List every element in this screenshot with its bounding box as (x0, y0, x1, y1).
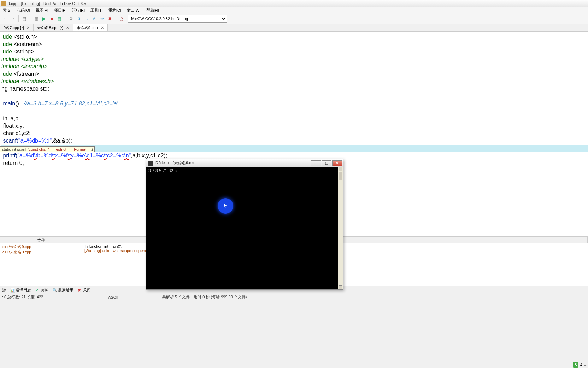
menu-code[interactable]: 代码[O] (14, 7, 33, 13)
console-output: 3 7 8.5 71.82 a_ (148, 168, 341, 173)
minimize-button[interactable]: — (311, 160, 321, 166)
menu-run[interactable]: 运行[R] (69, 7, 88, 13)
tab-label: 9名7.cpp [*] (4, 25, 24, 30)
menu-project[interactable]: 项目[P] (51, 7, 69, 13)
close-icon[interactable]: ✕ (66, 25, 69, 30)
tooltip-c: , ...) (86, 147, 93, 151)
toolbar-sep (18, 15, 19, 22)
console-icon (148, 161, 153, 166)
code-l15c: ,&a,&b); (52, 138, 72, 144)
ime-icon[interactable]: S (573, 362, 578, 368)
reformat-button[interactable]: ⇶ (21, 15, 28, 22)
status-parse: 共解析 5 个文件，用时 0 秒 (每秒 999.00 个文件) (162, 294, 247, 300)
code-l10b: () (15, 100, 24, 107)
status-lines: : 0 总行数: 21 长度: 422 (2, 294, 43, 300)
code-l15b: "a=%db=%d" (18, 138, 52, 144)
toolbar-sep (65, 15, 65, 22)
code-l15a: scanf( (1, 138, 18, 144)
step-out-button[interactable]: ↱ (91, 15, 98, 22)
console-scrollbar[interactable] (338, 167, 343, 289)
stop-button[interactable]: ■ (48, 15, 55, 22)
bottom-tab-compile-log[interactable]: 📊编译日志 (10, 287, 31, 293)
maximize-button[interactable]: ▢ (322, 160, 331, 166)
app-icon (1, 1, 6, 6)
tab-file-7[interactable]: 9名7.cpp [*] ✕ (0, 24, 34, 31)
code-l17b4: \t (52, 153, 55, 159)
code-l17b7: y=%e (71, 153, 85, 159)
tab-label: 未命名9.cpp (77, 25, 98, 30)
forward-button[interactable]: → (9, 15, 16, 22)
bottom-tab-label: 调试 (41, 287, 48, 293)
statusbar: : 0 总行数: 21 长度: 422 ASCII 共解析 5 个文件，用时 0… (0, 294, 588, 300)
menu-refactor[interactable]: 重构[C] (106, 7, 124, 13)
run-button[interactable]: ▶ (40, 15, 47, 22)
tab-file-9[interactable]: 未命名9.cpp ✕ (73, 24, 108, 31)
code-l17b12: \n (124, 153, 129, 159)
tooltip-a: static int scanf ( (2, 147, 29, 151)
console-title: D:\del c++\未命名9.exe (155, 160, 195, 166)
code-l2b: <iostream> (14, 41, 42, 47)
bottom-tab-search[interactable]: 🔍搜索结果 (53, 287, 74, 293)
menubar[interactable]: 索[S] 代码[O] 视图[V] 项目[P] 运行[R] 工具[T] 重构[C]… (0, 7, 588, 13)
bottom-tab-close[interactable]: ✖关闭 (78, 287, 91, 293)
profile-button[interactable]: ◔ (118, 15, 125, 22)
menu-help[interactable]: 帮助[H] (143, 7, 162, 13)
code-l4b: <cctype> (21, 56, 44, 62)
code-l17b2: \t (34, 153, 37, 159)
toolbar: ← → ⇶ ▦ ▶ ■ ▦ ⚙ ↴ ↳ ↱ ↠ ✖ ◔ MinGW GCC10.… (0, 13, 588, 24)
step-over-button[interactable]: ↴ (75, 15, 82, 22)
tab-file-8[interactable]: 未命名8.cpp [*] ✕ (34, 24, 73, 31)
close-button[interactable]: ✕ (332, 160, 342, 166)
code-l5a: include (1, 63, 21, 69)
bottom-tab-label: 编译日志 (16, 287, 31, 293)
console-window[interactable]: D:\del c++\未命名9.exe — ▢ ✕ 3 7 8.5 71.82 … (146, 159, 343, 290)
compile-button[interactable]: ▦ (33, 15, 40, 22)
scroll-up-icon[interactable] (339, 167, 342, 171)
toolbar-sep (30, 15, 30, 22)
scroll-thumb[interactable] (339, 172, 342, 180)
debug-button[interactable]: ⚙ (67, 15, 75, 22)
menu-view[interactable]: 视图[V] (33, 7, 51, 13)
code-l14: char c1,c2; (1, 130, 31, 136)
stop-debug-button[interactable]: ✖ (106, 15, 113, 22)
code-l10a: main (1, 100, 15, 107)
code-l3a: lude (1, 48, 14, 54)
message-file[interactable]: c++\未命名9.cpp (2, 244, 80, 249)
chart-icon: 📊 (10, 288, 14, 292)
close-icon[interactable]: ✕ (101, 25, 104, 30)
system-tray: S A ⌙ (573, 362, 587, 368)
param-hint-tooltip: static int scanf (const char * __restric… (0, 146, 95, 152)
close-icon[interactable]: ✕ (27, 25, 30, 30)
menu-window[interactable]: 窗口[W] (124, 7, 143, 13)
titlebar: 9.cpp - [Executing] - Red Panda Dev-C++ … (0, 0, 588, 7)
back-button[interactable]: ← (1, 15, 8, 22)
scroll-down-icon[interactable] (339, 285, 342, 289)
code-l17b10: \t (104, 153, 107, 159)
code-l17c: ,a,b,x,y,c1,c2); (131, 153, 167, 159)
menu-search[interactable]: 索[S] (0, 7, 14, 13)
step-into-button[interactable]: ↳ (83, 15, 90, 22)
status-encoding: ASCII (108, 295, 118, 299)
console-body[interactable]: 3 7 8.5 71.82 a_ (146, 167, 343, 289)
compiler-select[interactable]: MinGW GCC10.2.0 32-bit Debug (128, 15, 227, 23)
code-l1a: lude (1, 34, 14, 40)
message-file[interactable]: c++\未命名9.cpp (2, 249, 80, 255)
continue-button[interactable]: ↠ (99, 15, 106, 22)
code-l13: float x,y; (1, 123, 24, 129)
code-l3b: <string> (14, 48, 34, 54)
compile-run-button[interactable]: ▦ (56, 15, 63, 22)
console-titlebar[interactable]: D:\del c++\未命名9.exe — ▢ ✕ (146, 159, 343, 167)
toolbar-sep (116, 15, 116, 22)
code-l12: int a,b; (1, 115, 20, 121)
close-icon: ✖ (78, 288, 82, 292)
menu-tools[interactable]: 工具[T] (88, 7, 106, 13)
tooltip-b: const char * __restrict__ _Format (29, 147, 86, 151)
code-l6a: lude (1, 71, 14, 77)
search-icon: 🔍 (53, 288, 57, 292)
bottom-tab-source[interactable]: 源 (2, 287, 6, 293)
bottom-tab-debug[interactable]: ✔调试 (35, 287, 48, 293)
messages-col-file[interactable]: 文件 (0, 237, 82, 243)
editor-tabbar: 9名7.cpp [*] ✕ 未命名8.cpp [*] ✕ 未命名9.cpp ✕ (0, 24, 588, 32)
code-l17b8: \c (85, 153, 89, 159)
code-l1b: <stdio.h> (14, 34, 37, 40)
